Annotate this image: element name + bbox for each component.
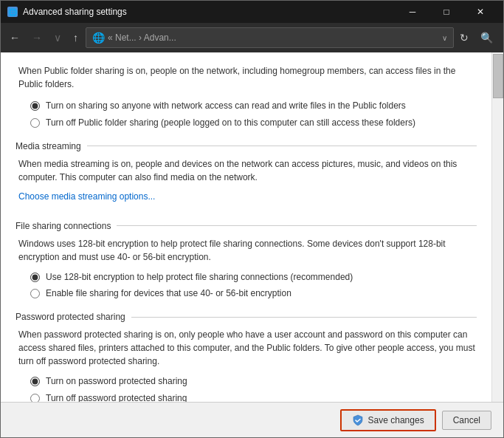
title-bar: 🌐 Advanced sharing settings ─ □ ✕ bbox=[1, 1, 503, 23]
address-bar: ← → ∨ ↑ 🌐 « Net... › Advan... ∨ ↻ 🔍 bbox=[1, 23, 503, 52]
file-sharing-radio-1-item: Use 128-bit encryption to help protect f… bbox=[30, 271, 477, 284]
scrollbar-thumb[interactable] bbox=[493, 54, 503, 98]
file-sharing-line bbox=[117, 225, 477, 226]
file-sharing-radio-1[interactable] bbox=[30, 273, 40, 282]
path-current: Advan... bbox=[144, 32, 176, 43]
password-sharing-radio-2-item: Turn off password protected sharing bbox=[30, 392, 477, 402]
window-icon: 🌐 bbox=[7, 6, 18, 18]
path-separator: › bbox=[139, 32, 144, 43]
public-folder-radio-2[interactable] bbox=[30, 118, 40, 128]
public-folder-radio-1[interactable] bbox=[30, 101, 40, 111]
media-streaming-line bbox=[87, 146, 477, 146]
shield-icon bbox=[352, 414, 364, 426]
password-sharing-title: Password protected sharing bbox=[15, 312, 125, 322]
window-controls: ─ □ ✕ bbox=[396, 1, 497, 23]
svg-text:🌐: 🌐 bbox=[8, 7, 18, 17]
public-folder-radio-1-label[interactable]: Turn on sharing so anyone with network a… bbox=[46, 100, 406, 112]
file-sharing-header: File sharing connections bbox=[15, 221, 477, 231]
public-folder-radio-group: Turn on sharing so anyone with network a… bbox=[15, 100, 477, 129]
password-sharing-line bbox=[131, 317, 477, 318]
password-sharing-header: Password protected sharing bbox=[15, 312, 477, 322]
content-area: When Public folder sharing is on, people… bbox=[1, 52, 503, 402]
address-input[interactable]: 🌐 « Net... › Advan... ∨ bbox=[86, 27, 454, 48]
cancel-button[interactable]: Cancel bbox=[442, 411, 491, 430]
main-window: 🌐 Advanced sharing settings ─ □ ✕ ← → ∨ … bbox=[0, 0, 504, 438]
up-button[interactable]: ↑ bbox=[69, 29, 83, 47]
content-scroll: When Public folder sharing is on, people… bbox=[1, 52, 491, 402]
password-sharing-radio-1-label[interactable]: Turn on password protected sharing bbox=[46, 375, 187, 388]
file-sharing-radio-2[interactable] bbox=[30, 289, 40, 298]
refresh-button[interactable]: ↻ bbox=[457, 29, 472, 47]
media-streaming-desc: When media streaming is on, people and d… bbox=[15, 157, 477, 184]
window-title: Advanced sharing settings bbox=[23, 7, 396, 17]
file-sharing-radio-group: Use 128-bit encryption to help protect f… bbox=[15, 271, 477, 301]
save-changes-button[interactable]: Save changes bbox=[340, 409, 436, 431]
maximize-button[interactable]: □ bbox=[429, 1, 463, 23]
intro-text: When Public folder sharing is on, people… bbox=[15, 64, 477, 91]
password-sharing-radio-1-item: Turn on password protected sharing bbox=[30, 375, 477, 388]
file-sharing-radio-1-label[interactable]: Use 128-bit encryption to help protect f… bbox=[46, 271, 353, 284]
file-sharing-radio-2-item: Enable file sharing for devices that use… bbox=[30, 287, 477, 300]
media-streaming-link[interactable]: Choose media streaming options... bbox=[15, 191, 155, 202]
back-button[interactable]: ← bbox=[5, 29, 24, 47]
password-sharing-radio-2[interactable] bbox=[30, 394, 40, 402]
public-folder-radio-1-item: Turn on sharing so anyone with network a… bbox=[30, 100, 477, 112]
public-folder-radio-2-item: Turn off Public folder sharing (people l… bbox=[30, 117, 477, 129]
path-prefix: « Net... bbox=[108, 32, 137, 43]
search-button[interactable]: 🔍 bbox=[474, 29, 499, 47]
scrollbar-track bbox=[491, 52, 503, 402]
close-button[interactable]: ✕ bbox=[463, 1, 497, 23]
media-streaming-title: Media streaming bbox=[15, 141, 81, 151]
file-sharing-desc: Windows uses 128-bit encryption to help … bbox=[15, 237, 477, 264]
dropdown-button[interactable]: ∨ bbox=[49, 29, 66, 47]
save-changes-label: Save changes bbox=[368, 415, 424, 425]
password-sharing-desc: When password protected sharing is on, o… bbox=[15, 328, 477, 368]
forward-button[interactable]: → bbox=[27, 29, 46, 47]
public-folder-radio-2-label[interactable]: Turn off Public folder sharing (people l… bbox=[46, 117, 415, 129]
password-sharing-radio-2-label[interactable]: Turn off password protected sharing bbox=[46, 392, 187, 402]
bottom-bar: Save changes Cancel bbox=[1, 402, 503, 437]
password-sharing-radio-1[interactable] bbox=[30, 377, 40, 386]
globe-icon: 🌐 bbox=[92, 32, 105, 44]
password-sharing-radio-group: Turn on password protected sharing Turn … bbox=[15, 375, 477, 402]
media-streaming-header: Media streaming bbox=[15, 141, 477, 151]
chevron-down-icon[interactable]: ∨ bbox=[442, 34, 447, 42]
file-sharing-radio-2-label[interactable]: Enable file sharing for devices that use… bbox=[46, 287, 291, 300]
address-path: « Net... › Advan... bbox=[108, 32, 439, 43]
minimize-button[interactable]: ─ bbox=[396, 1, 429, 23]
file-sharing-title: File sharing connections bbox=[15, 221, 111, 231]
